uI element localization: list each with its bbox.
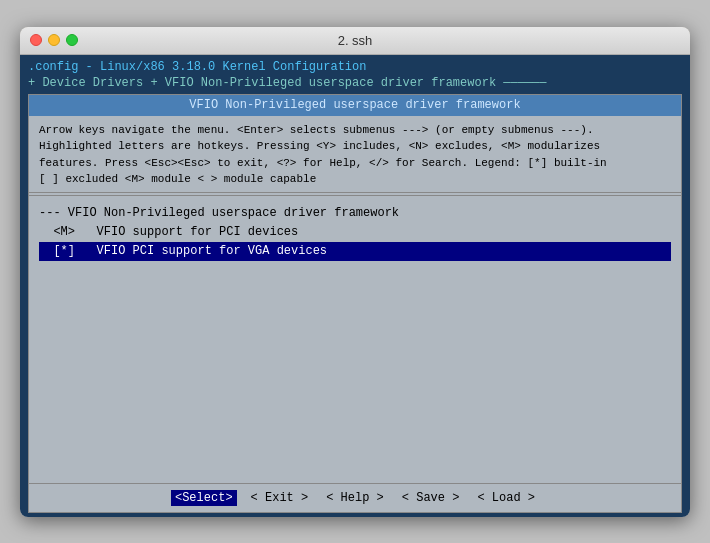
dialog-help: Arrow keys navigate the menu. <Enter> se…: [29, 116, 681, 193]
window-title: 2. ssh: [338, 33, 373, 48]
terminal-header: .config - Linux/x86 3.18.0 Kernel Config…: [20, 55, 690, 95]
minimize-button[interactable]: [48, 34, 60, 46]
dialog-title: VFIO Non-Privileged userspace driver fra…: [29, 95, 681, 116]
help-line-4: [ ] excluded <M> module < > module capab…: [39, 171, 671, 188]
menu-item-vfio-pci-vga[interactable]: [*] VFIO PCI support for VGA devices: [39, 242, 671, 261]
close-button[interactable]: [30, 34, 42, 46]
traffic-lights: [30, 34, 78, 46]
help-line-2: Highlighted letters are hotkeys. Pressin…: [39, 138, 671, 155]
terminal-area: .config - Linux/x86 3.18.0 Kernel Config…: [20, 55, 690, 517]
footer-buttons: <Select> < Exit > < Help > < Save > < Lo…: [29, 483, 681, 512]
help-button[interactable]: < Help >: [322, 490, 388, 506]
save-button[interactable]: < Save >: [398, 490, 464, 506]
breadcrumb: + Device Drivers + VFIO Non-Privileged u…: [28, 75, 682, 92]
exit-button[interactable]: < Exit >: [247, 490, 313, 506]
menu-item-vfio-pci[interactable]: <M> VFIO support for PCI devices: [39, 223, 671, 242]
config-path: .config - Linux/x86 3.18.0 Kernel Config…: [28, 59, 682, 76]
main-window: 2. ssh .config - Linux/x86 3.18.0 Kernel…: [20, 27, 690, 517]
titlebar: 2. ssh: [20, 27, 690, 55]
dialog-box: VFIO Non-Privileged userspace driver fra…: [28, 94, 682, 512]
help-line-3: features. Press <Esc><Esc> to exit, <?> …: [39, 155, 671, 172]
load-button[interactable]: < Load >: [473, 490, 539, 506]
select-button[interactable]: <Select>: [171, 490, 237, 506]
menu-separator: --- VFIO Non-Privileged userspace driver…: [39, 204, 671, 223]
help-line-1: Arrow keys navigate the menu. <Enter> se…: [39, 122, 671, 139]
menu-list: --- VFIO Non-Privileged userspace driver…: [29, 198, 681, 483]
maximize-button[interactable]: [66, 34, 78, 46]
